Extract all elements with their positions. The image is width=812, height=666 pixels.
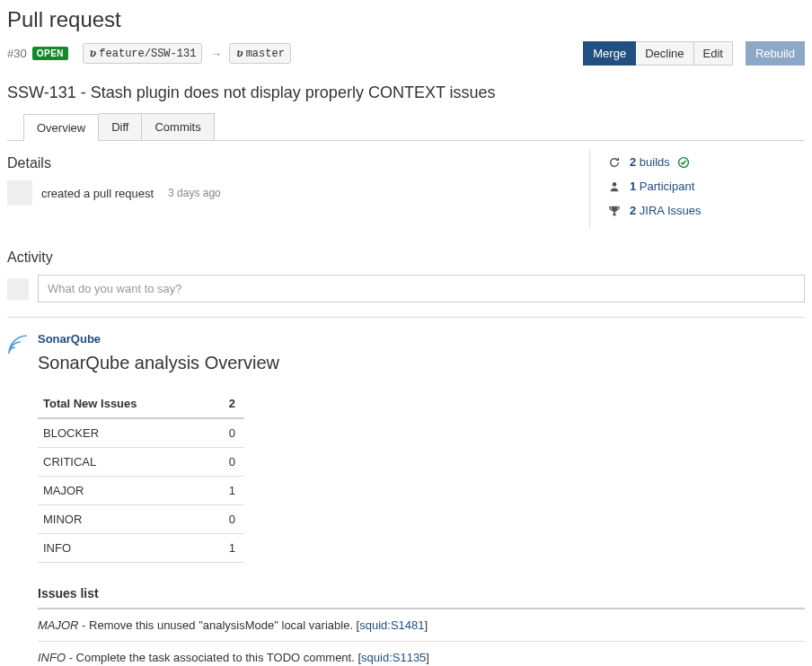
target-branch-chip[interactable]: ʋ master <box>229 43 291 64</box>
table-row: CRITICAL0 <box>38 448 244 477</box>
branch-icon: ʋ <box>235 47 242 60</box>
person-icon <box>608 180 622 193</box>
status-badge: OPEN <box>32 47 68 60</box>
issue-severity: INFO <box>38 651 66 664</box>
success-check-icon <box>677 156 690 169</box>
sonarqube-title: SonarQube analysis Overview <box>38 353 805 373</box>
issue-text: - Remove this unused "analysisMode" loca… <box>79 618 360 632</box>
issue-text: - Complete the task associated to this T… <box>66 651 361 664</box>
issue-rule-link[interactable]: squid:S1135 <box>361 651 426 664</box>
source-branch-chip[interactable]: ʋ feature/SSW-131 <box>83 43 202 64</box>
tab-commits[interactable]: Commits <box>142 113 214 140</box>
jira-label: JIRA Issues <box>640 204 702 217</box>
severity-label: MAJOR <box>38 477 210 505</box>
table-row: INFO1 <box>38 534 244 563</box>
tab-diff[interactable]: Diff <box>99 113 142 140</box>
branch-icon: ʋ <box>89 47 95 60</box>
severity-label: INFO <box>38 534 210 563</box>
pr-id: #30 <box>7 47 27 60</box>
issue-line: MAJOR - Remove this unused "analysisMode… <box>38 609 805 642</box>
severity-count: 0 <box>210 418 244 448</box>
merge-button[interactable]: Merge <box>583 41 636 66</box>
severity-count: 0 <box>210 448 244 477</box>
tab-overview[interactable]: Overview <box>23 114 99 141</box>
sidebar-participants[interactable]: 1 Participant <box>608 180 805 193</box>
activity-heading: Activity <box>7 250 805 266</box>
page-title: Pull request <box>7 7 805 32</box>
severity-count: 1 <box>210 477 244 505</box>
builds-count: 2 <box>630 155 636 169</box>
severity-count: 0 <box>210 505 244 534</box>
severity-count: 1 <box>210 534 244 563</box>
issue-rule-link[interactable]: squid:S1481 <box>359 618 424 632</box>
event-text: created a pull request <box>41 187 154 200</box>
summary-header-total: 2 <box>210 390 244 418</box>
details-heading: Details <box>7 155 562 171</box>
sonarqube-icon <box>7 332 29 666</box>
action-button-group: Merge Decline Edit <box>583 41 733 66</box>
participants-count: 1 <box>630 180 636 193</box>
comment-input[interactable] <box>38 275 805 302</box>
builds-label: builds <box>640 155 670 169</box>
table-row: MINOR0 <box>38 505 244 534</box>
trophy-icon <box>608 205 622 217</box>
decline-button[interactable]: Decline <box>636 41 693 66</box>
avatar <box>7 278 29 300</box>
severity-label: CRITICAL <box>38 448 210 477</box>
issue-line: INFO - Complete the task associated to t… <box>38 642 805 666</box>
pr-title: SSW-131 - Stash plugin does not display … <box>7 83 805 102</box>
comment-author[interactable]: SonarQube <box>38 332 805 346</box>
rebuild-button[interactable]: Rebuild <box>746 41 805 66</box>
svg-point-1 <box>613 182 617 187</box>
table-row: BLOCKER0 <box>38 418 244 448</box>
sidebar-jira[interactable]: 2 JIRA Issues <box>608 204 805 217</box>
avatar <box>7 180 32 206</box>
tabs: Overview Diff Commits <box>7 113 805 141</box>
edit-button[interactable]: Edit <box>694 41 733 66</box>
event-row: created a pull request 3 days ago <box>7 180 562 206</box>
severity-label: BLOCKER <box>38 418 210 448</box>
summary-header-label: Total New Issues <box>38 390 210 418</box>
participants-label: Participant <box>640 180 694 193</box>
table-row: MAJOR1 <box>38 477 244 505</box>
arrow-icon: → <box>209 47 222 61</box>
source-branch-label: feature/SSW-131 <box>99 48 196 60</box>
jira-count: 2 <box>630 204 636 217</box>
severity-label: MINOR <box>38 505 210 534</box>
event-time: 3 days ago <box>168 187 221 199</box>
sidebar-builds[interactable]: 2 builds <box>608 155 805 169</box>
issues-list-heading: Issues list <box>38 586 805 609</box>
issue-severity: MAJOR <box>38 618 79 632</box>
refresh-icon <box>608 156 622 169</box>
issues-summary-table: Total New Issues 2 BLOCKER0CRITICAL0MAJO… <box>38 390 244 563</box>
pr-header-row: #30 OPEN ʋ feature/SSW-131 → ʋ master Me… <box>7 41 805 66</box>
target-branch-label: master <box>246 48 285 60</box>
